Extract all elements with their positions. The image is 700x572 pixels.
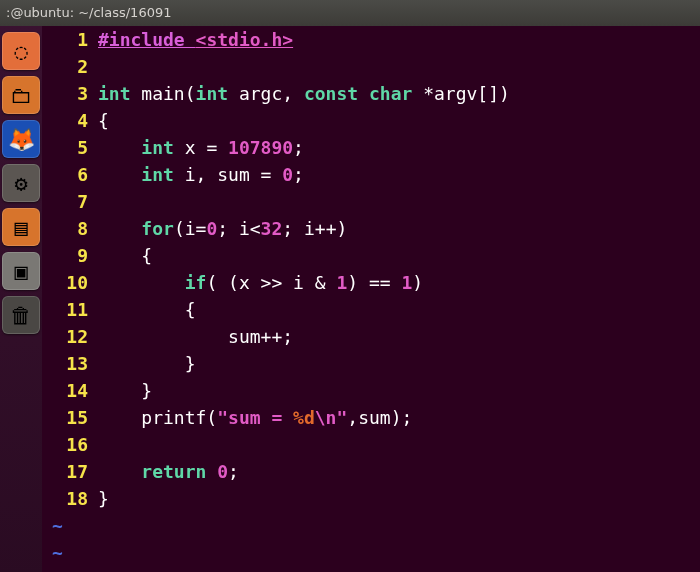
line-number: 17: [42, 458, 98, 485]
code-line: 15 printf("sum = %d\n",sum);: [42, 404, 700, 431]
empty-line-tilde: ~: [42, 539, 700, 566]
code-line: 3int main(int argc, const char *argv[]): [42, 80, 700, 107]
code-text: for(i=0; i<32; i++): [98, 215, 700, 242]
files-icon[interactable]: ▤: [2, 208, 40, 246]
code-line: 11 {: [42, 296, 700, 323]
window-titlebar: :@ubuntu: ~/class/16091: [0, 0, 700, 27]
line-number: 18: [42, 485, 98, 512]
home-folder-icon[interactable]: 🗀: [2, 76, 40, 114]
line-number: 8: [42, 215, 98, 242]
vim-editor[interactable]: 1#include <stdio.h>23int main(int argc, …: [42, 26, 700, 572]
dash-icon[interactable]: ◌: [2, 32, 40, 70]
code-line: 5 int x = 107890;: [42, 134, 700, 161]
code-line: 10 if( (x >> i & 1) == 1): [42, 269, 700, 296]
code-text: {: [98, 242, 700, 269]
line-number: 3: [42, 80, 98, 107]
code-text: [98, 431, 700, 458]
code-text: {: [98, 296, 700, 323]
window-title: :@ubuntu: ~/class/16091: [6, 5, 171, 20]
code-line: 4{: [42, 107, 700, 134]
line-number: 6: [42, 161, 98, 188]
code-line: 17 return 0;: [42, 458, 700, 485]
code-text: int x = 107890;: [98, 134, 700, 161]
code-text: int main(int argc, const char *argv[]): [98, 80, 700, 107]
line-number: 14: [42, 377, 98, 404]
code-text: if( (x >> i & 1) == 1): [98, 269, 700, 296]
code-text: #include <stdio.h>: [98, 26, 700, 53]
code-line: 6 int i, sum = 0;: [42, 161, 700, 188]
trash-icon[interactable]: 🗑: [2, 296, 40, 334]
empty-line-tilde: ~: [42, 512, 700, 539]
code-text: {: [98, 107, 700, 134]
code-line: 8 for(i=0; i<32; i++): [42, 215, 700, 242]
code-text: [98, 53, 700, 80]
code-text: }: [98, 350, 700, 377]
line-number: 4: [42, 107, 98, 134]
code-line: 13 }: [42, 350, 700, 377]
code-text: printf("sum = %d\n",sum);: [98, 404, 700, 431]
unity-launcher: ◌🗀🦊⚙▤▣🗑: [0, 26, 43, 572]
code-line: 14 }: [42, 377, 700, 404]
code-line: 7: [42, 188, 700, 215]
window-icon[interactable]: ▣: [2, 252, 40, 290]
line-number: 5: [42, 134, 98, 161]
code-line: 16: [42, 431, 700, 458]
line-number: 10: [42, 269, 98, 296]
code-text: return 0;: [98, 458, 700, 485]
code-text: int i, sum = 0;: [98, 161, 700, 188]
line-number: 13: [42, 350, 98, 377]
line-number: 12: [42, 323, 98, 350]
code-line: 18}: [42, 485, 700, 512]
line-number: 16: [42, 431, 98, 458]
line-number: 1: [42, 26, 98, 53]
line-number: 9: [42, 242, 98, 269]
code-line: 12 sum++;: [42, 323, 700, 350]
code-text: }: [98, 377, 700, 404]
firefox-icon[interactable]: 🦊: [2, 120, 40, 158]
code-line: 2: [42, 53, 700, 80]
settings-icon[interactable]: ⚙: [2, 164, 40, 202]
code-line: 1#include <stdio.h>: [42, 26, 700, 53]
code-text: }: [98, 485, 700, 512]
line-number: 11: [42, 296, 98, 323]
code-text: sum++;: [98, 323, 700, 350]
line-number: 2: [42, 53, 98, 80]
line-number: 15: [42, 404, 98, 431]
line-number: 7: [42, 188, 98, 215]
code-text: [98, 188, 700, 215]
code-line: 9 {: [42, 242, 700, 269]
